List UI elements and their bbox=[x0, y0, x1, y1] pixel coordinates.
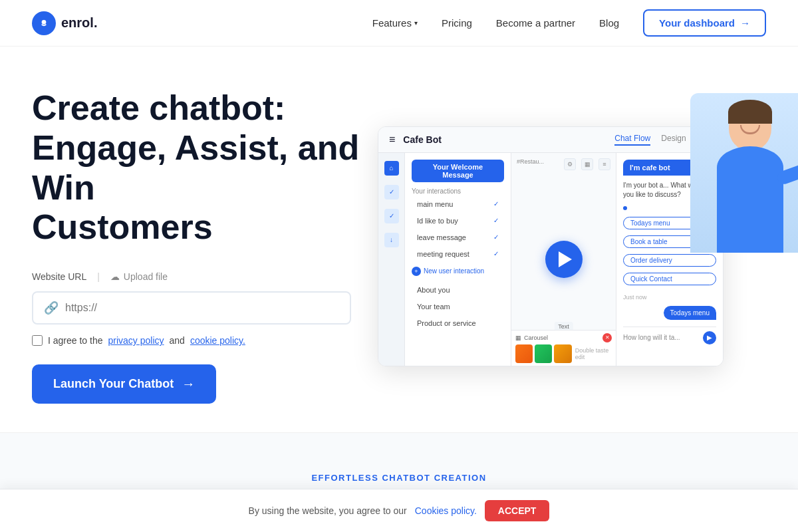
policy-and: and bbox=[170, 335, 185, 346]
logo-icon bbox=[32, 11, 56, 35]
sidebar-home-icon[interactable]: ⌂ bbox=[384, 161, 399, 176]
check-icon: ✓ bbox=[493, 250, 499, 257]
flow-welcome-msg[interactable]: Your Welcome Message bbox=[412, 160, 504, 182]
tab-design[interactable]: Design bbox=[661, 134, 686, 146]
food-image-1 bbox=[515, 344, 533, 363]
chatbot-title: Cafe Bot bbox=[403, 134, 442, 145]
policy-checkbox[interactable] bbox=[32, 335, 43, 346]
sidebar-check-icon[interactable]: ✓ bbox=[384, 185, 399, 200]
tree-item-about[interactable]: About you bbox=[412, 283, 504, 297]
navbar: enrol. Features ▾ Pricing Become a partn… bbox=[0, 0, 798, 47]
carousel-label: ▦ Carousel ✕ bbox=[515, 333, 612, 342]
layout-icon[interactable]: ▦ bbox=[581, 158, 593, 170]
tree-item-team[interactable]: Your team bbox=[412, 299, 504, 314]
hero-left: Create chatbot: Engage, Assist, and Win … bbox=[32, 88, 378, 404]
user-input-text[interactable]: How long will it ta... bbox=[623, 334, 700, 341]
delete-icon[interactable]: ✕ bbox=[602, 333, 612, 342]
user-input-row: How long will it ta... ▶ bbox=[623, 327, 716, 344]
tree-section: About you Your team Product or service bbox=[412, 283, 504, 331]
plus-icon: + bbox=[412, 267, 421, 276]
check-icon: ✓ bbox=[493, 217, 499, 224]
chevron-down-icon: ▾ bbox=[414, 19, 418, 27]
flow-item-mainmenu[interactable]: main menu ✓ bbox=[412, 197, 504, 211]
cloud-upload-icon: ☁ bbox=[110, 271, 120, 282]
play-triangle-icon bbox=[559, 251, 572, 267]
center-panel: ⚙ ▦ ≡ #Restau... Text ▦ Carousel bbox=[511, 153, 616, 366]
logo-text: enrol. bbox=[61, 15, 97, 31]
flow-panel: Your Welcome Message Your interactions m… bbox=[405, 153, 511, 366]
check-icon: ✓ bbox=[493, 233, 499, 241]
policy-text: I agree to the bbox=[48, 335, 103, 346]
flow-item-meeting[interactable]: meeting request ✓ bbox=[412, 247, 504, 261]
url-label: Website URL bbox=[32, 271, 86, 282]
url-options: Website URL | ☁ Upload file bbox=[32, 271, 378, 282]
layers-icon[interactable]: ≡ bbox=[598, 158, 610, 170]
user-bubble: Todays menu bbox=[664, 306, 716, 320]
url-input[interactable] bbox=[65, 302, 339, 314]
send-button[interactable]: ▶ bbox=[703, 331, 716, 344]
section-label: EFFORTLESS CHATBOT CREATION bbox=[32, 473, 766, 483]
check-icon: ✓ bbox=[493, 200, 499, 207]
upload-option[interactable]: ☁ Upload file bbox=[110, 271, 168, 282]
send-icon: ▶ bbox=[707, 334, 712, 341]
nav-features[interactable]: Features ▾ bbox=[372, 17, 418, 29]
food-image-3 bbox=[554, 344, 571, 363]
launch-chatbot-button[interactable]: Launch Your Chatbot → bbox=[32, 364, 216, 404]
hero-section: Create chatbot: Engage, Assist, and Win … bbox=[0, 47, 798, 432]
time-label: Just now bbox=[623, 294, 716, 301]
sidebar-check-icon-2[interactable]: ✓ bbox=[384, 209, 399, 223]
divider: | bbox=[97, 271, 100, 282]
svg-point-0 bbox=[42, 20, 47, 25]
logo[interactable]: enrol. bbox=[32, 11, 97, 35]
nav-links: Features ▾ Pricing Become a partner Blog… bbox=[372, 9, 766, 37]
tree-item-product[interactable]: Product or service bbox=[412, 316, 504, 331]
flow-section-label: Your interactions bbox=[412, 188, 504, 195]
url-input-wrapper: 🔗 bbox=[32, 291, 351, 325]
dot-1 bbox=[623, 206, 627, 210]
panel-controls: ⚙ ▦ ≡ bbox=[564, 158, 610, 170]
url-section: Website URL | ☁ Upload file 🔗 bbox=[32, 271, 378, 325]
chip-order-delivery[interactable]: Order delivery bbox=[623, 254, 716, 267]
chat-body: ⌂ ✓ ✓ ↓ Your Welcome Message Your intera… bbox=[378, 153, 723, 366]
tab-chatflow[interactable]: Chat Flow bbox=[614, 134, 650, 146]
sidebar-down-icon[interactable]: ↓ bbox=[384, 233, 399, 247]
person-illustration bbox=[690, 93, 798, 253]
food-image-2 bbox=[535, 344, 552, 363]
chip-quick-contact[interactable]: Quick Contact bbox=[623, 273, 716, 285]
cookie-policy-link[interactable]: cookie policy. bbox=[190, 335, 245, 346]
settings-icon[interactable]: ⚙ bbox=[564, 158, 576, 170]
arrow-right-icon: → bbox=[740, 17, 750, 29]
cookie-text: By using the website, you agree to our bbox=[249, 505, 407, 516]
accept-cookies-button[interactable]: ACCEPT bbox=[485, 500, 550, 521]
privacy-policy-link[interactable]: privacy policy bbox=[108, 335, 164, 346]
chat-header: ≡ Cafe Bot Chat Flow Design Int... bbox=[378, 127, 723, 153]
arrow-right-icon: → bbox=[182, 376, 195, 392]
policy-row: I agree to the privacy policy and cookie… bbox=[32, 335, 378, 346]
interaction-label: #Restau... bbox=[517, 158, 544, 165]
nav-pricing[interactable]: Pricing bbox=[442, 17, 472, 29]
nav-blog[interactable]: Blog bbox=[599, 17, 619, 29]
chat-sidebar: ⌂ ✓ ✓ ↓ bbox=[378, 153, 405, 366]
dashboard-button[interactable]: Your dashboard → bbox=[643, 9, 766, 37]
carousel-section: ▦ Carousel ✕ Double taste edit bbox=[511, 330, 616, 366]
user-bubble-wrapper: Todays menu bbox=[623, 306, 716, 320]
play-button[interactable] bbox=[545, 241, 583, 278]
cookies-policy-link[interactable]: Cookies policy. bbox=[415, 505, 477, 516]
cookie-banner: By using the website, you agree to our C… bbox=[0, 489, 798, 532]
nav-partner[interactable]: Become a partner bbox=[496, 17, 575, 29]
hero-title: Create chatbot: Engage, Assist, and Win … bbox=[32, 88, 378, 247]
flow-item-leave[interactable]: leave message ✓ bbox=[412, 230, 504, 245]
link-icon: 🔗 bbox=[44, 301, 59, 315]
chatbot-mockup: ≡ Cafe Bot Chat Flow Design Int... ⌂ ✓ ✓… bbox=[378, 126, 724, 366]
hero-right: ≡ Cafe Bot Chat Flow Design Int... ⌂ ✓ ✓… bbox=[378, 106, 798, 386]
flow-item-buy[interactable]: Id like to buy ✓ bbox=[412, 213, 504, 228]
food-images: Double taste edit bbox=[515, 344, 612, 363]
add-interaction-btn[interactable]: + New user interaction bbox=[412, 267, 504, 276]
double-taste-label: Double taste edit bbox=[575, 347, 612, 360]
